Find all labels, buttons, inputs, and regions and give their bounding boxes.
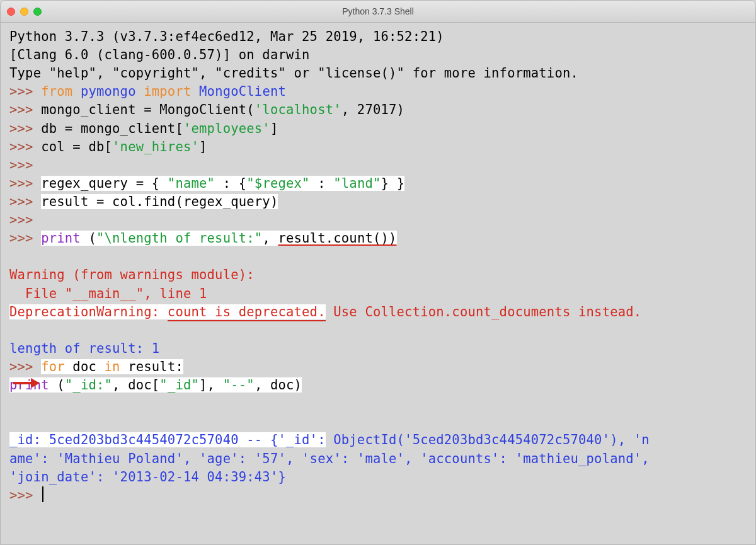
code-text: ]: [199, 139, 207, 154]
code-text: db = mongo_client[: [41, 121, 183, 136]
banner-line-1: Python 3.7.3 (v3.7.3:ef4ec6ed12, Mar 25 …: [9, 29, 452, 44]
kw-in: in: [105, 359, 120, 374]
code-text: , 27017): [341, 102, 404, 117]
prompt: >>>: [9, 359, 41, 374]
zoom-icon[interactable]: [33, 8, 42, 16]
banner-line-3: Type "help", "copyright", "credits" or "…: [9, 66, 578, 81]
prompt: >>>: [9, 194, 41, 209]
prompt: >>>: [9, 139, 41, 154]
underlined-count: result.count()): [278, 231, 396, 246]
output-doc-2: ame': 'Mathieu Poland', 'age': '57', 'se…: [9, 451, 657, 466]
hl-deprecation: DeprecationWarning: count is deprecated.: [9, 304, 326, 319]
titlebar[interactable]: Python 3.7.3 Shell: [1, 1, 755, 23]
code-text: col = db[: [41, 139, 112, 154]
kw-for: for: [41, 359, 65, 374]
prompt: >>>: [9, 231, 41, 246]
prompt: >>>: [9, 158, 41, 173]
code-text: mongo_client = MongoClient(: [41, 102, 255, 117]
window-controls: [7, 8, 42, 16]
python-idle-shell-window: Python 3.7.3 Shell Python 3.7.3 (v3.7.3:…: [0, 0, 756, 545]
window-title: Python 3.7.3 Shell: [1, 6, 755, 16]
hl-for-loop: for doc in result:: [41, 359, 183, 374]
code-text: : {: [215, 176, 246, 191]
str-employees: 'employees': [183, 121, 270, 136]
builtin-print: print: [41, 231, 81, 246]
code-text: ]: [270, 121, 278, 136]
prompt: >>>: [9, 176, 41, 191]
hl-result-find: result = col.find(regex_query): [41, 194, 278, 209]
shell-content[interactable]: Python 3.7.3 (v3.7.3:ef4ec6ed12, Mar 25 …: [1, 23, 755, 544]
prompt: >>>: [9, 488, 41, 503]
text-cursor: [42, 486, 43, 502]
warn-type: DeprecationWarning:: [9, 304, 168, 319]
str-lenres: "\nlength of result:": [96, 231, 262, 246]
warn-deprecated: count is deprecated.: [168, 304, 326, 321]
hl-print-doc: print ("_id:", doc["_id"], "--", doc): [9, 377, 302, 393]
warn-advice: Use Collection.count_documents instead.: [326, 304, 642, 319]
warning-line-1: Warning (from warnings module):: [9, 267, 255, 282]
str-dashdash: "--": [223, 377, 255, 393]
output-doc-1a: _id: 5ced203bd3c4454072c57040 -- {'_id':: [9, 432, 326, 447]
output-doc-3: 'join_date': '2013-02-14 04:39:43'}: [9, 469, 286, 485]
str-newhires: 'new_hires': [112, 139, 199, 154]
code-text: , doc): [255, 377, 302, 393]
prompt: >>>: [9, 102, 41, 117]
str-regex: "$regex": [246, 176, 309, 191]
kw-from: from: [41, 84, 72, 99]
prompt: >>>: [9, 121, 41, 136]
minimize-icon[interactable]: [20, 8, 28, 16]
code-text: regex_query = {: [41, 176, 168, 191]
code-text: :: [310, 176, 334, 191]
mod-mongoclient: MongoClient: [199, 84, 286, 99]
code-text: doc: [65, 359, 105, 374]
code-text: , doc[: [112, 377, 159, 393]
mod-pymongo: pymongo: [81, 84, 136, 99]
hl-print-count: print ("\nlength of result:", result.cou…: [41, 231, 396, 246]
output-doc-1b: ObjectId('5ced203bd3c4454072c57040'), 'n: [326, 432, 650, 447]
code-text: ],: [199, 377, 223, 393]
output-length: length of result: 1: [9, 341, 159, 356]
banner-line-2: [Clang 6.0 (clang-600.0.57)] on darwin: [9, 47, 310, 62]
code-text: } }: [381, 176, 405, 191]
code-text: ,: [262, 231, 278, 246]
svg-marker-1: [31, 378, 40, 388]
str-name: "name": [168, 176, 215, 191]
close-icon[interactable]: [7, 8, 15, 16]
str-idkey: "_id": [159, 377, 199, 393]
warning-line-2: File "__main__", line 1: [9, 286, 207, 301]
str-land: "land": [333, 176, 381, 191]
prompt: >>>: [9, 84, 41, 99]
hl-regex-query: regex_query = { "name" : {"$regex" : "la…: [41, 176, 404, 191]
kw-import: import: [144, 84, 191, 99]
code-text: (: [81, 231, 96, 246]
prompt: >>>: [9, 212, 41, 227]
str-localhost: 'localhost': [255, 102, 341, 117]
code-text: (: [49, 377, 65, 393]
str-id: "_id:": [65, 377, 112, 393]
arrow-icon: [12, 376, 40, 390]
code-text: result:: [120, 359, 183, 374]
